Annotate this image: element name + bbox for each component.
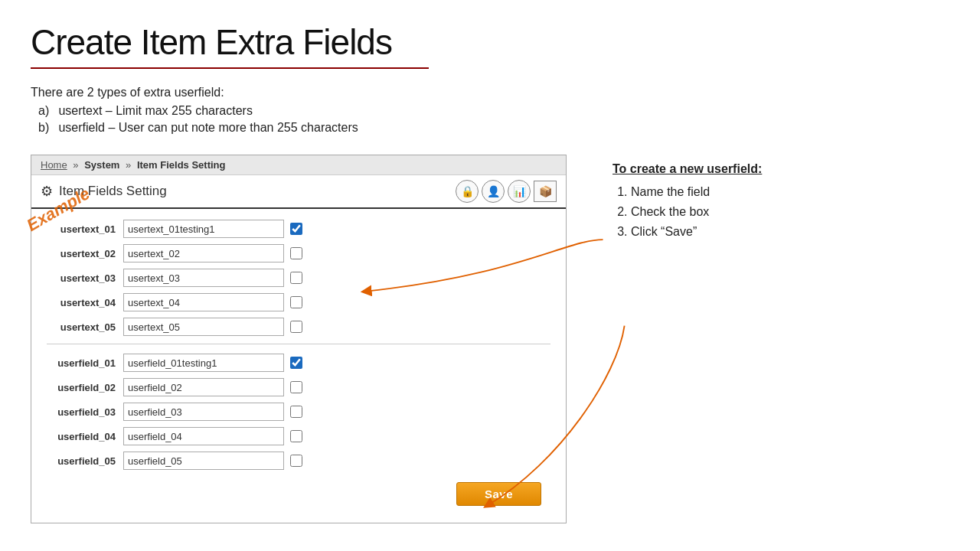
- userfield-row-4: userfield_04: [47, 427, 550, 445]
- userfield-04-input[interactable]: [123, 427, 284, 445]
- userfield-row-1: userfield_01: [47, 354, 550, 372]
- save-button[interactable]: Save: [456, 482, 541, 506]
- page-title: Create Item Extra Fields: [31, 21, 949, 63]
- app-header-title: Item Fields Setting: [59, 184, 167, 199]
- userfield-01-checkbox[interactable]: [290, 357, 302, 369]
- right-panel-steps: Name the field Check the box Click “Save…: [631, 185, 949, 239]
- usertext-02-label: usertext_02: [47, 248, 123, 259]
- description-intro: There are 2 types of extra userfield:: [31, 86, 949, 99]
- breadcrumb-home[interactable]: Home: [41, 159, 67, 171]
- usertext-section: usertext_01 usertext_02 usertext_03 user…: [47, 220, 550, 336]
- userfield-row-3: userfield_03: [47, 403, 550, 421]
- usertext-row-3: usertext_03: [47, 269, 550, 287]
- userfield-02-input[interactable]: [123, 378, 284, 396]
- userfield-01-label: userfield_01: [47, 357, 123, 369]
- main-layout: Example Home » System » Item Fields Sett…: [31, 155, 949, 523]
- breadcrumb: Home » System » Item Fields Setting: [31, 155, 566, 175]
- userfield-05-input[interactable]: [123, 452, 284, 470]
- description-item-a: a) usertext – Limit max 255 characters: [38, 104, 949, 118]
- usertext-05-input[interactable]: [123, 318, 284, 336]
- right-panel-title: To create a new userfield:: [612, 162, 949, 176]
- userfield-03-checkbox[interactable]: [290, 406, 302, 418]
- usertext-01-checkbox[interactable]: [290, 223, 302, 235]
- fields-area: usertext_01 usertext_02 usertext_03 user…: [31, 209, 566, 523]
- userfield-05-label: userfield_05: [47, 455, 123, 467]
- chart-icon[interactable]: 📊: [508, 180, 531, 203]
- usertext-row-4: usertext_04: [47, 293, 550, 311]
- userfield-row-2: userfield_02: [47, 378, 550, 396]
- app-header: ⚙ Item Fields Setting 🔒 👤 📊 📦: [31, 175, 566, 209]
- userfield-01-input[interactable]: [123, 354, 284, 372]
- userfield-02-checkbox[interactable]: [290, 381, 302, 393]
- step-2: Check the box: [631, 205, 949, 219]
- userfield-03-label: userfield_03: [47, 406, 123, 418]
- userfield-03-input[interactable]: [123, 403, 284, 421]
- usertext-04-checkbox[interactable]: [290, 296, 302, 308]
- section-divider: [47, 344, 550, 344]
- usertext-row-5: usertext_05: [47, 318, 550, 336]
- desc-text-b: userfield – User can put note more than …: [58, 121, 358, 134]
- usertext-05-label: usertext_05: [47, 321, 123, 333]
- usertext-01-label: usertext_01: [47, 223, 123, 235]
- package-icon[interactable]: 📦: [534, 181, 557, 202]
- desc-text-a: usertext – Limit max 255 characters: [58, 104, 252, 117]
- gear-icon: ⚙: [41, 183, 53, 200]
- step-3: Click “Save”: [631, 225, 949, 239]
- usertext-05-checkbox[interactable]: [290, 321, 302, 333]
- userfield-section: userfield_01 userfield_02 userfield_03 u…: [47, 354, 550, 470]
- save-btn-row: Save: [47, 476, 550, 515]
- usertext-03-input[interactable]: [123, 269, 284, 287]
- usertext-row-1: usertext_01: [47, 220, 550, 238]
- userfield-02-label: userfield_02: [47, 382, 123, 393]
- desc-label-a: a): [38, 104, 55, 118]
- usertext-03-label: usertext_03: [47, 272, 123, 284]
- app-header-left: ⚙ Item Fields Setting: [41, 183, 167, 200]
- userfield-04-checkbox[interactable]: [290, 430, 302, 442]
- usertext-03-checkbox[interactable]: [290, 272, 302, 284]
- userfield-05-checkbox[interactable]: [290, 455, 302, 467]
- step-1: Name the field: [631, 185, 949, 199]
- usertext-02-checkbox[interactable]: [290, 247, 302, 259]
- description-item-b: b) userfield – User can put note more th…: [38, 121, 949, 135]
- header-icons: 🔒 👤 📊 📦: [456, 180, 557, 203]
- title-divider: [31, 67, 429, 69]
- usertext-04-label: usertext_04: [47, 297, 123, 308]
- right-panel: To create a new userfield: Name the fiel…: [567, 155, 949, 523]
- lock-icon[interactable]: 🔒: [456, 180, 479, 203]
- usertext-row-2: usertext_02: [47, 244, 550, 262]
- breadcrumb-current: Item Fields Setting: [137, 159, 226, 171]
- screenshot-box: Example Home » System » Item Fields Sett…: [31, 155, 567, 523]
- usertext-01-input[interactable]: [123, 220, 284, 238]
- userfield-row-5: userfield_05: [47, 452, 550, 470]
- desc-label-b: b): [38, 121, 55, 135]
- userfield-04-label: userfield_04: [47, 431, 123, 442]
- usertext-04-input[interactable]: [123, 293, 284, 311]
- description-list: a) usertext – Limit max 255 characters b…: [38, 104, 949, 135]
- breadcrumb-system: System: [84, 159, 119, 171]
- usertext-02-input[interactable]: [123, 244, 284, 262]
- breadcrumb-sep1: »: [73, 159, 78, 171]
- breadcrumb-sep2: »: [126, 159, 131, 171]
- user-icon[interactable]: 👤: [482, 180, 505, 203]
